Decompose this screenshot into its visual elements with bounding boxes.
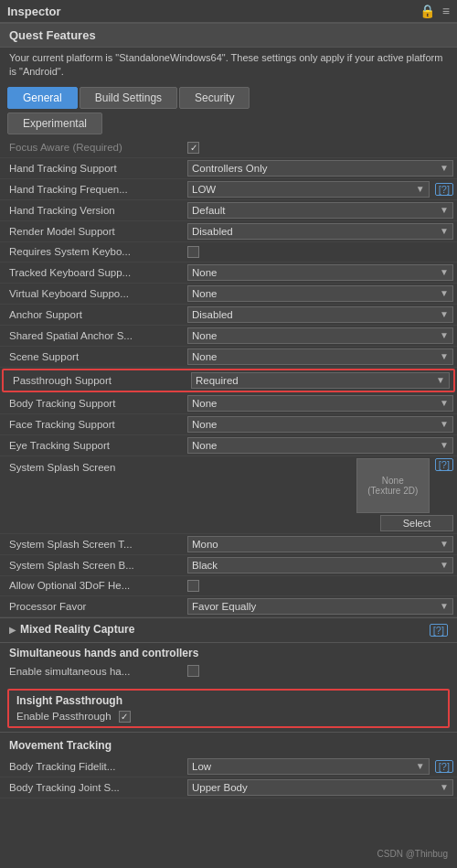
dropdown-5[interactable]: None▼	[187, 264, 453, 281]
dropdown-12[interactable]: None▼	[187, 416, 453, 433]
movement-row-label-1: Body Tracking Joint S...	[9, 782, 187, 793]
dropdown-10[interactable]: Required▼	[191, 372, 450, 389]
dropdown-arrow-9: ▼	[440, 351, 449, 361]
extra-row-2: Allow Optional 3DoF He...	[0, 576, 457, 596]
tab-general[interactable]: General	[7, 87, 78, 109]
dropdown-3[interactable]: Disabled▼	[187, 223, 453, 240]
row-label-12: Face Tracking Support	[9, 419, 187, 430]
extra-checkbox-2[interactable]	[187, 580, 199, 592]
extra-row-label-1: System Splash Screen B...	[9, 560, 187, 571]
extra-dropdown-value-1: Black	[192, 560, 218, 571]
extra-dropdown-arrow-0: ▼	[440, 539, 449, 549]
extra-dropdown-3[interactable]: Favor Equally▼	[187, 598, 453, 615]
movement-rows-container: Body Tracking Fidelit...Low▼[?]Body Trac…	[0, 756, 457, 798]
menu-icon[interactable]: ≡	[442, 4, 450, 18]
help-badge-1[interactable]: [?]	[435, 183, 453, 196]
extra-dropdown-value-0: Mono	[192, 539, 218, 550]
dropdown-value-13: None	[192, 440, 218, 451]
movement-tracking-title: Movement Tracking	[0, 734, 457, 756]
mixed-reality-title: Mixed Reality Capture	[20, 623, 134, 636]
row-label-5: Tracked Keyboard Supp...	[9, 267, 187, 278]
inspector-title: Inspector	[7, 5, 61, 18]
insight-checkbox[interactable]	[119, 711, 131, 723]
dropdown-8[interactable]: None▼	[187, 327, 453, 344]
dropdown-7[interactable]: Disabled▼	[187, 306, 453, 323]
row-label-2: Hand Tracking Version	[9, 205, 187, 216]
dropdown-value-3: Disabled	[192, 226, 233, 237]
movement-row-0: Body Tracking Fidelit...Low▼[?]	[0, 756, 457, 777]
rows-container: Hand Tracking SupportControllers Only▼Ha…	[0, 158, 457, 456]
movement-dropdown-0[interactable]: Low▼	[187, 758, 430, 775]
dropdown-arrow-13: ▼	[440, 440, 449, 450]
row-3: Render Model SupportDisabled▼	[0, 221, 457, 242]
dropdown-13[interactable]: None▼	[187, 437, 453, 454]
dropdown-value-8: None	[192, 330, 218, 341]
row-label-3: Render Model Support	[9, 226, 187, 237]
row-13: Eye Tracking SupportNone▼	[0, 435, 457, 456]
simultaneous-checkbox[interactable]	[187, 665, 199, 677]
mixed-reality-help[interactable]: [?]	[430, 624, 448, 637]
splash-texture-box: None (Texture 2D)	[356, 458, 430, 513]
movement-tracking-section: Movement Tracking Body Tracking Fidelit.…	[0, 732, 457, 800]
dropdown-11[interactable]: None▼	[187, 395, 453, 412]
tab-build-settings[interactable]: Build Settings	[80, 87, 177, 109]
tab-security[interactable]: Security	[179, 87, 250, 109]
dropdown-arrow-5: ▼	[440, 267, 449, 277]
dropdown-arrow-1: ▼	[416, 184, 425, 194]
dropdown-value-11: None	[192, 398, 218, 409]
row-label-8: Shared Spatial Anchor S...	[9, 330, 187, 341]
extra-dropdown-arrow-3: ▼	[440, 601, 449, 611]
row-label-0: Hand Tracking Support	[9, 163, 187, 174]
lock-icon[interactable]: 🔒	[420, 4, 435, 18]
dropdown-2[interactable]: Default▼	[187, 202, 453, 219]
row-label-6: Virtual Keyboard Suppo...	[9, 288, 187, 299]
movement-dropdown-arrow-1: ▼	[440, 782, 449, 792]
insight-row: Enable Passthrough	[16, 711, 441, 723]
section-title: Quest Features	[0, 23, 457, 48]
extra-row-label-3: Processor Favor	[9, 601, 187, 612]
row-1: Hand Tracking Frequen...LOW▼[?]	[0, 179, 457, 200]
dropdown-value-2: Default	[192, 205, 225, 216]
tab-experimental[interactable]: Experimental	[7, 113, 102, 134]
extra-row-3: Processor FavorFavor Equally▼	[0, 596, 457, 617]
dropdown-arrow-7: ▼	[440, 309, 449, 319]
movement-dropdown-1[interactable]: Upper Body▼	[187, 779, 453, 796]
splash-help-badge[interactable]: [?]	[435, 458, 453, 471]
mixed-reality-chevron: ▶	[9, 625, 16, 635]
row-11: Body Tracking SupportNone▼	[0, 393, 457, 414]
row-9: Scene SupportNone▼	[0, 347, 457, 368]
extra-dropdown-0[interactable]: Mono▼	[187, 536, 453, 552]
extra-dropdown-1[interactable]: Black▼	[187, 557, 453, 573]
focus-aware-row: Focus Aware (Required)	[0, 138, 457, 158]
row-4: Requires System Keybo...	[0, 242, 457, 263]
main-content: Quest Features Your current platform is …	[0, 23, 457, 800]
inspector-header: Inspector 🔒 ≡	[0, 0, 457, 23]
dropdown-1[interactable]: LOW▼	[187, 181, 430, 198]
warning-text: Your current platform is "StandaloneWind…	[0, 48, 457, 83]
dropdown-arrow-11: ▼	[440, 398, 449, 408]
insight-title: Insight Passthrough	[16, 694, 441, 707]
focus-aware-checkbox[interactable]	[187, 142, 199, 154]
movement-dropdown-value-1: Upper Body	[192, 782, 248, 793]
row-10: Passthrough SupportRequired▼	[2, 369, 455, 392]
dropdown-0[interactable]: Controllers Only▼	[187, 160, 453, 177]
tab-bar-2: Experimental	[0, 113, 457, 138]
movement-help-0[interactable]: [?]	[435, 760, 453, 773]
movement-row-label-0: Body Tracking Fidelit...	[9, 761, 187, 772]
mixed-reality-section: ▶ Mixed Reality Capture [?]	[0, 617, 457, 642]
select-button[interactable]: Select	[380, 515, 453, 531]
row-0: Hand Tracking SupportControllers Only▼	[0, 158, 457, 179]
dropdown-arrow-3: ▼	[440, 226, 449, 236]
checkbox-4[interactable]	[187, 246, 199, 258]
dropdown-value-9: None	[192, 351, 218, 362]
dropdown-value-12: None	[192, 419, 218, 430]
row-label-1: Hand Tracking Frequen...	[9, 184, 187, 195]
extra-dropdown-arrow-1: ▼	[440, 560, 449, 570]
row-label-11: Body Tracking Support	[9, 398, 187, 409]
tab-bar-1: General Build Settings Security	[0, 83, 457, 113]
dropdown-6[interactable]: None▼	[187, 285, 453, 302]
row-label-4: Requires System Keybo...	[9, 246, 187, 257]
extra-row-label-0: System Splash Screen T...	[9, 539, 187, 550]
splash-screen-row: System Splash Screen None (Texture 2D) […	[0, 456, 457, 534]
dropdown-9[interactable]: None▼	[187, 348, 453, 365]
